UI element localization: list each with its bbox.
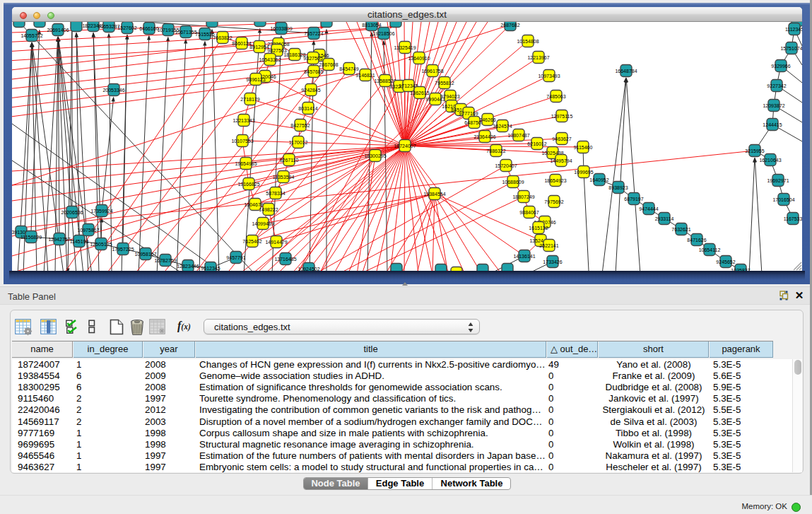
svg-text:7625402: 7625402 [242, 239, 261, 244]
svg-text:1498222: 1498222 [259, 207, 278, 212]
svg-text:2718179: 2718179 [240, 97, 259, 102]
svg-text:1362615: 1362615 [410, 90, 429, 95]
svg-text:16033809: 16033809 [270, 26, 292, 31]
svg-text:15720407: 15720407 [495, 163, 517, 168]
svg-text:12942757: 12942757 [48, 237, 70, 242]
svg-text:20053346: 20053346 [102, 88, 124, 93]
svg-text:16648784: 16648784 [615, 69, 637, 74]
svg-text:10654112: 10654112 [699, 247, 721, 252]
svg-text:16961758: 16961758 [421, 69, 443, 74]
svg-text:3215955: 3215955 [745, 148, 764, 153]
svg-text:10924502: 10924502 [298, 267, 319, 271]
svg-text:12505135: 12505135 [90, 242, 112, 247]
svg-text:10807487: 10807487 [507, 133, 529, 138]
svg-text:13640910: 13640910 [408, 56, 430, 61]
svg-text:17957225: 17957225 [112, 247, 134, 252]
svg-text:16782759: 16782759 [154, 258, 176, 263]
svg-text:9327505: 9327505 [303, 56, 322, 61]
svg-text:13325419: 13325419 [394, 45, 416, 50]
svg-text:9242845: 9242845 [301, 88, 320, 93]
svg-text:9245652: 9245652 [716, 259, 735, 264]
svg-text:9457791: 9457791 [226, 255, 245, 260]
svg-text:12823446: 12823446 [177, 264, 199, 269]
svg-text:8427552: 8427552 [290, 123, 310, 128]
svg-text:12213343: 12213343 [233, 118, 254, 123]
svg-text:9794023: 9794023 [440, 94, 459, 99]
svg-text:14136141: 14136141 [513, 254, 535, 259]
svg-text:1615132: 1615132 [529, 226, 548, 230]
svg-text:18654923: 18654923 [544, 178, 566, 183]
svg-text:9227342: 9227342 [767, 83, 786, 88]
svg-text:12213967: 12213967 [527, 55, 549, 60]
svg-text:16210643: 16210643 [759, 158, 781, 163]
svg-text:7955812: 7955812 [435, 81, 454, 86]
svg-text:3624574: 3624574 [493, 124, 512, 129]
svg-text:7357224: 7357224 [304, 31, 323, 36]
svg-text:13588520: 13588520 [374, 78, 396, 83]
svg-text:20206536: 20206536 [61, 210, 83, 215]
svg-text:9777169: 9777169 [459, 111, 478, 116]
svg-text:16543362: 16543362 [259, 57, 281, 62]
svg-text:8267110: 8267110 [280, 158, 299, 163]
svg-text:12975115: 12975115 [551, 114, 573, 119]
svg-text:14495794: 14495794 [550, 158, 572, 163]
svg-text:8660124: 8660124 [232, 41, 251, 46]
svg-text:10973493: 10973493 [538, 74, 560, 78]
svg-text:2687682: 2687682 [500, 23, 519, 28]
svg-text:18807249: 18807249 [512, 194, 534, 199]
svg-text:10975867: 10975867 [77, 228, 99, 233]
svg-text:10671355: 10671355 [175, 30, 196, 35]
svg-text:14099489: 14099489 [252, 221, 273, 226]
svg-text:7663822: 7663822 [213, 35, 232, 40]
svg-text:18300295: 18300295 [364, 153, 386, 158]
svg-text:8031414: 8031414 [298, 106, 317, 111]
svg-text:1112345: 1112345 [785, 27, 802, 32]
svg-text:10688609: 10688609 [502, 180, 524, 185]
svg-text:10958167: 10958167 [134, 252, 156, 257]
svg-text:2522141: 2522141 [539, 243, 558, 248]
svg-text:1244415: 1244415 [763, 122, 782, 127]
svg-text:21364436: 21364436 [473, 134, 495, 139]
svg-text:19166825: 19166825 [237, 182, 259, 187]
svg-text:9329966: 9329966 [771, 64, 790, 69]
svg-text:6216012: 6216012 [527, 141, 546, 146]
svg-text:1035837: 1035837 [731, 268, 750, 271]
svg-text:19692971: 19692971 [767, 178, 789, 183]
svg-text:15751074: 15751074 [780, 46, 802, 51]
svg-text:18186328: 18186328 [283, 52, 305, 57]
svg-text:1640952: 1640952 [589, 177, 608, 182]
svg-text:1733426: 1733426 [543, 259, 562, 264]
svg-text:19654985: 19654985 [235, 161, 257, 166]
svg-text:9896123: 9896123 [246, 77, 265, 82]
svg-text:1167533: 1167533 [784, 216, 802, 221]
svg-text:12093872: 12093872 [763, 103, 784, 108]
svg-text:10653287: 10653287 [98, 24, 119, 29]
svg-text:6466160: 6466160 [139, 26, 158, 31]
svg-text:8912954: 8912954 [249, 45, 269, 49]
svg-text:11156829: 11156829 [20, 235, 42, 240]
svg-text:7515536: 7515536 [195, 32, 214, 37]
svg-text:18724007: 18724007 [394, 144, 416, 148]
svg-text:7485063: 7485063 [546, 94, 565, 99]
svg-text:13716485: 13716485 [274, 257, 296, 262]
svg-text:20691406: 20691406 [47, 28, 69, 33]
svg-text:11353594: 11353594 [273, 175, 295, 180]
svg-text:9474444: 9474444 [639, 206, 658, 211]
svg-text:10154808: 10154808 [517, 39, 539, 44]
svg-text:9463627: 9463627 [552, 136, 571, 141]
svg-text:17016504: 17016504 [772, 197, 794, 202]
svg-text:1170012: 1170012 [289, 140, 308, 145]
svg-text:746266: 746266 [479, 117, 495, 122]
svg-text:5878334: 5878334 [266, 191, 285, 196]
svg-text:6879197: 6879197 [624, 197, 643, 201]
svg-text:8457685: 8457685 [304, 69, 323, 74]
svg-text:17359924: 17359924 [90, 209, 112, 214]
svg-text:2933114: 2933114 [655, 216, 674, 221]
svg-text:19384554: 19384554 [423, 192, 445, 197]
svg-text:10107553: 10107553 [231, 139, 253, 144]
svg-text:2867608: 2867608 [319, 62, 338, 67]
svg-text:8813054: 8813054 [362, 23, 381, 28]
svg-text:8471626: 8471626 [687, 238, 706, 243]
svg-text:9115460: 9115460 [574, 145, 593, 150]
svg-text:9612345: 9612345 [201, 266, 220, 271]
